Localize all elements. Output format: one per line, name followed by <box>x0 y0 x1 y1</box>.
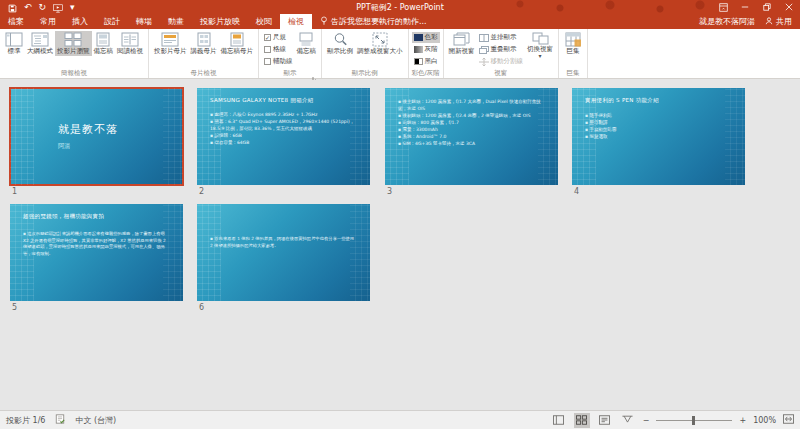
cascade-icon <box>479 46 489 54</box>
group-label-color: 彩色/灰階 <box>409 69 443 78</box>
tab-slideshow[interactable]: 投影片放映 <box>192 14 248 29</box>
tab-file[interactable]: 檔案 <box>0 14 32 29</box>
slide-sorter-status-button[interactable] <box>574 413 590 428</box>
slide-number: 3 <box>387 187 558 196</box>
slide-bullets: 後主鏡頭：1200 萬像素，f/1.7 大光圈，Dual Pixel 快速自動對… <box>398 99 546 148</box>
notes-page-button[interactable]: 備忘稿 <box>92 31 116 56</box>
cascade-button[interactable]: 重疊顯示 <box>477 44 526 55</box>
undo-icon[interactable]: ↶ <box>24 3 32 12</box>
slide-thumbnail-5[interactable]: 超強的雙鏡頭，相機功能與實拍 這次的雙鏡頭設計來講相機介面看起來有複雜些的感覺，… <box>10 204 183 301</box>
slide-sorter-icon <box>64 32 82 47</box>
grayscale-icon <box>414 46 423 53</box>
group-label-show: 顯示 <box>259 69 321 78</box>
window-controls <box>712 0 800 14</box>
fit-to-window-button[interactable]: 調整成視窗大小 <box>355 31 405 56</box>
slide-bullets: 處理器：八核心 Exynos 8895 2.3GHz + 1.7GHz 螢幕：6… <box>210 112 358 147</box>
share-button[interactable]: 共用 <box>765 16 792 27</box>
language-indicator[interactable]: 中文 (台灣) <box>75 415 116 426</box>
slide-thumbnail-1[interactable]: 就是教不落 阿湯 <box>10 88 183 185</box>
tab-view[interactable]: 檢視 <box>280 14 312 29</box>
slide-sorter-button[interactable]: 投影片瀏覽 <box>55 31 92 56</box>
tell-me-box[interactable]: 告訴我您想要執行的動作... <box>312 14 435 29</box>
black-white-icon <box>414 58 423 65</box>
color-button[interactable]: 色彩 <box>412 32 440 43</box>
slideshow-status-button[interactable] <box>620 413 636 428</box>
tab-insert[interactable]: 插入 <box>64 14 96 29</box>
zoom-button[interactable]: 顯示比例 <box>325 31 355 56</box>
user-name[interactable]: 就是教不落阿湯 <box>699 16 755 27</box>
restore-button[interactable] <box>756 0 778 14</box>
slide-cell-2: SAMSUNG GALAXY NOTE8 開箱介紹 處理器：八核心 Exynos… <box>197 88 370 196</box>
title-bar: PPT範例2 - PowerPoint ↶ ↻ ▾ <box>0 0 800 14</box>
slide-cell-3: 後主鏡頭：1200 萬像素，f/1.7 大光圈，Dual Pixel 快速自動對… <box>385 88 558 196</box>
slide-bullets: 首先來看看 1 倍和 2 倍的差異，阿湯在後面實拍照片中也有分享一些使用 2 倍… <box>210 236 358 249</box>
switch-windows-button[interactable]: 切換視窗 ▾ <box>525 31 555 60</box>
slide-sorter-workspace[interactable]: 就是教不落 阿湯 1 SAMSUNG GALAXY NOTE8 開箱介紹 處理器… <box>0 80 800 410</box>
arrange-all-button[interactable]: 並排顯示 <box>477 32 526 43</box>
ruler-checkbox[interactable]: ✓ 尺規 <box>262 32 295 43</box>
gridlines-checkbox[interactable]: 格線 <box>262 44 295 55</box>
reading-view-icon <box>121 32 139 47</box>
group-window: 開新視窗 並排顯示 重疊顯示 移動分割線 切換視窗 ▾ 視窗 <box>444 29 560 78</box>
group-macros: 巨集 巨集 <box>559 29 588 78</box>
proofing-icon[interactable] <box>55 414 65 426</box>
outline-view-button[interactable]: 大綱模式 <box>25 31 55 56</box>
black-white-button[interactable]: 黑白 <box>412 56 440 67</box>
redo-icon[interactable]: ↻ <box>39 3 47 12</box>
notes-icon <box>299 32 313 47</box>
checkbox-icon <box>264 46 271 53</box>
zoom-slider[interactable] <box>656 420 732 421</box>
slide-thumbnail-4[interactable]: 實用便利的 S PEN 功能介紹 隨手便利貼 懸浮翻譯 手寫動態貼圖 智慧選取 <box>572 88 745 185</box>
zoom-in-button[interactable]: + <box>739 416 746 425</box>
slide-thumbnail-6[interactable]: 首先來看看 1 倍和 2 倍的差異，阿湯在後面實拍照片中也有分享一些使用 2 倍… <box>197 204 370 301</box>
macros-button[interactable]: 巨集 <box>562 31 584 56</box>
zoom-slider-thumb[interactable] <box>692 416 695 425</box>
new-window-button[interactable]: 開新視窗 <box>447 31 477 56</box>
ribbon: 標準 大綱模式 投影片瀏覽 備忘稿 閱讀檢視 簡報檢視 投影片母片 講義母片 <box>0 29 800 79</box>
tab-home[interactable]: 常用 <box>32 14 64 29</box>
slide-thumbnail-2[interactable]: SAMSUNG GALAXY NOTE8 開箱介紹 處理器：八核心 Exynos… <box>197 88 370 185</box>
handout-master-button[interactable]: 講義母片 <box>189 31 219 56</box>
tab-animations[interactable]: 動畫 <box>160 14 192 29</box>
group-label-macros: 巨集 <box>559 69 587 78</box>
quick-access-toolbar: ↶ ↻ ▾ <box>0 0 75 14</box>
person-icon <box>765 17 773 27</box>
checkbox-icon <box>264 58 271 65</box>
group-label-master-views: 母片檢視 <box>149 69 258 78</box>
close-button[interactable] <box>778 0 800 14</box>
slide-cell-5: 超強的雙鏡頭，相機功能與實拍 這次的雙鏡頭設計來講相機介面看起來有複雜些的感覺，… <box>10 204 183 312</box>
tab-transitions[interactable]: 轉場 <box>128 14 160 29</box>
group-presentation-views: 標準 大綱模式 投影片瀏覽 備忘稿 閱讀檢視 簡報檢視 <box>0 29 149 78</box>
group-color-grayscale: 色彩 灰階 黑白 彩色/灰階 <box>409 29 444 78</box>
slide-title: 實用便利的 S PEN 功能介紹 <box>585 97 735 104</box>
fit-to-window-icon <box>372 32 388 47</box>
minimize-button[interactable] <box>734 0 756 14</box>
notes-button[interactable]: 備忘稿 <box>295 31 319 56</box>
slide-bullets: 隨手便利貼 懸浮翻譯 手寫動態貼圖 智慧選取 <box>585 113 733 141</box>
slide-counter[interactable]: 投影片 1/6 <box>6 415 45 426</box>
reading-view-button[interactable]: 閱讀檢視 <box>115 31 145 56</box>
normal-view-icon <box>5 32 23 47</box>
handout-master-icon <box>197 32 211 47</box>
tab-design[interactable]: 設計 <box>96 14 128 29</box>
grayscale-button[interactable]: 灰階 <box>412 44 440 55</box>
notes-master-button[interactable]: 備忘稿母片 <box>219 31 256 56</box>
notes-master-icon <box>230 32 244 47</box>
zoom-percent[interactable]: 100% <box>753 416 776 425</box>
checkbox-checked-icon: ✓ <box>264 34 271 41</box>
slide-master-button[interactable]: 投影片母片 <box>152 31 189 56</box>
zoom-out-button[interactable]: − <box>643 416 650 425</box>
group-show: ✓ 尺規 格線 輔助線 備忘稿 顯示 <box>259 29 322 78</box>
switch-windows-icon <box>532 32 549 45</box>
guides-checkbox[interactable]: 輔助線 <box>262 56 295 67</box>
group-master-views: 投影片母片 講義母片 備忘稿母片 母片檢視 <box>149 29 259 78</box>
reading-view-status-button[interactable] <box>597 413 613 428</box>
fit-slide-to-window-icon[interactable] <box>783 414 794 426</box>
qat-customize-icon[interactable]: ▾ <box>70 3 75 12</box>
tab-review[interactable]: 校閱 <box>248 14 280 29</box>
account-area: 就是教不落阿湯 共用 <box>699 14 800 29</box>
normal-view-button[interactable]: 標準 <box>3 31 25 56</box>
ribbon-display-options-icon[interactable] <box>712 0 734 14</box>
slide-thumbnail-3[interactable]: 後主鏡頭：1200 萬像素，f/1.7 大光圈，Dual Pixel 快速自動對… <box>385 88 558 185</box>
normal-view-status-button[interactable] <box>551 413 567 428</box>
